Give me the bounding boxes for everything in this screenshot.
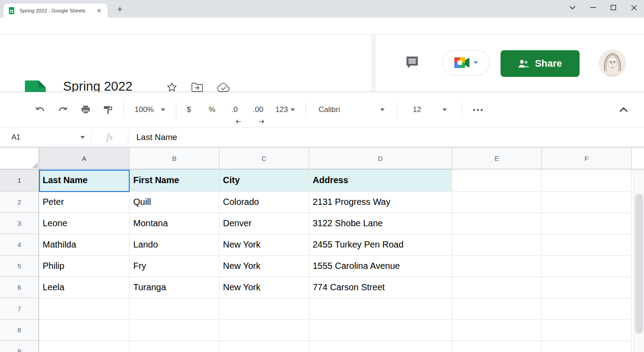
cell-D3[interactable]: 3122 Shobe Lane [309,213,452,234]
column-header-D[interactable]: D [309,148,452,169]
tab-close-icon[interactable] [95,7,103,15]
cell-C3[interactable]: Denver [219,213,309,234]
hide-menus-button[interactable] [613,101,634,119]
format-currency-button[interactable]: $ [181,101,196,119]
font-select[interactable]: Calibri [310,101,393,119]
cell-D4[interactable]: 2455 Turkey Pen Road [309,234,452,256]
cell-C7[interactable] [219,298,309,320]
cell-F5[interactable] [542,256,632,277]
row-header-9[interactable]: 9 [0,341,39,352]
print-button[interactable] [75,101,97,119]
row-header-2[interactable]: 2 [0,192,39,213]
cell-F8[interactable] [542,320,632,341]
meet-button[interactable] [442,50,490,76]
name-box[interactable]: A1 [0,133,91,141]
cell-A9[interactable] [39,341,130,352]
cell-E6[interactable] [452,277,542,298]
cloud-saved-icon[interactable] [217,83,230,92]
cell-C4[interactable]: New York [219,234,309,256]
cell-B8[interactable] [130,320,219,341]
cell-B2[interactable]: Quill [130,192,219,213]
window-close-button[interactable] [624,0,644,15]
zoom-select[interactable]: 100% [128,101,171,119]
row-header-5[interactable]: 5 [0,256,39,277]
more-formats-button[interactable]: 123 [269,101,301,119]
cell-E2[interactable] [452,192,542,213]
vertical-scrollbar[interactable] [633,170,644,352]
cell-A3[interactable]: Leone [39,213,130,234]
account-avatar[interactable] [599,49,626,77]
cell-B7[interactable] [130,298,219,320]
meet-dropdown-caret-icon[interactable] [473,61,478,64]
tab-search-chevron-icon[interactable] [562,0,583,15]
cell-F6[interactable] [542,277,632,298]
column-header-F[interactable]: F [542,148,632,169]
cell-A6[interactable]: Leela [39,277,130,298]
cell-E4[interactable] [452,234,542,256]
cell-F2[interactable] [542,192,632,213]
column-header-C[interactable]: C [219,148,309,169]
cell-C8[interactable] [219,320,309,341]
share-button[interactable]: Share [501,50,580,77]
cell-A1[interactable]: Last Name [39,169,130,192]
cell-A4[interactable]: Mathilda [39,234,130,256]
browser-tab[interactable]: Spring 2022 - Google Sheets [4,4,107,18]
cell-E9[interactable] [452,341,542,352]
cell-D7[interactable] [309,298,452,320]
column-header-E[interactable]: E [452,148,542,169]
cell-D6[interactable]: 774 Carson Street [309,277,452,298]
paint-format-button[interactable] [97,101,119,119]
cell-C1[interactable]: City [219,169,309,192]
cell-F3[interactable] [542,213,632,234]
undo-button[interactable] [28,101,52,119]
comments-icon[interactable] [404,54,420,70]
row-header-1[interactable]: 1 [0,169,39,192]
cell-C9[interactable] [219,341,309,352]
increase-decimal-button[interactable]: .00 [247,101,269,119]
select-all-corner[interactable] [0,148,39,169]
formula-input[interactable]: Last Name [136,132,177,142]
cell-D2[interactable]: 2131 Progress Way [309,192,452,213]
move-folder-icon[interactable] [191,82,203,93]
cell-E5[interactable] [452,256,542,277]
cell-D9[interactable] [309,341,452,352]
cell-E3[interactable] [452,213,542,234]
row-header-6[interactable]: 6 [0,277,39,298]
cell-B3[interactable]: Montana [130,213,219,234]
cell-C2[interactable]: Colorado [219,192,309,213]
row-header-7[interactable]: 7 [0,298,39,320]
cell-D1[interactable]: Address [309,169,452,192]
cell-F7[interactable] [542,298,632,320]
cell-A8[interactable] [39,320,130,341]
cell-F9[interactable] [542,341,632,352]
row-header-3[interactable]: 3 [0,213,39,234]
cell-C5[interactable]: New York [219,256,309,277]
new-tab-button[interactable]: + [114,4,126,16]
cell-B4[interactable]: Lando [130,234,219,256]
font-size-select[interactable]: 12 [402,101,457,119]
decrease-decimal-button[interactable]: .0 [226,101,243,119]
row-header-8[interactable]: 8 [0,320,39,341]
cell-D5[interactable]: 1555 Carolina Avenue [309,256,452,277]
cell-F1[interactable] [542,169,632,192]
scrollbar-thumb[interactable] [635,194,643,334]
cell-B1[interactable]: First Name [130,169,219,192]
cell-B6[interactable]: Turanga [130,277,219,298]
window-minimize-button[interactable] [583,0,603,15]
more-toolbar-options-button[interactable] [467,101,489,119]
cell-B5[interactable]: Fry [130,256,219,277]
column-header-B[interactable]: B [130,148,219,169]
row-header-4[interactable]: 4 [0,234,39,256]
window-maximize-button[interactable] [603,0,624,15]
cell-A2[interactable]: Peter [39,192,130,213]
cell-E1[interactable] [452,169,542,192]
column-header-A[interactable]: A [39,148,130,169]
format-percent-button[interactable]: % [203,101,221,119]
cell-C6[interactable]: New York [219,277,309,298]
cell-D8[interactable] [309,320,452,341]
cell-A5[interactable]: Philip [39,256,130,277]
cell-B9[interactable] [130,341,219,352]
cell-E7[interactable] [452,298,542,320]
cell-A7[interactable] [39,298,130,320]
cell-E8[interactable] [452,320,542,341]
